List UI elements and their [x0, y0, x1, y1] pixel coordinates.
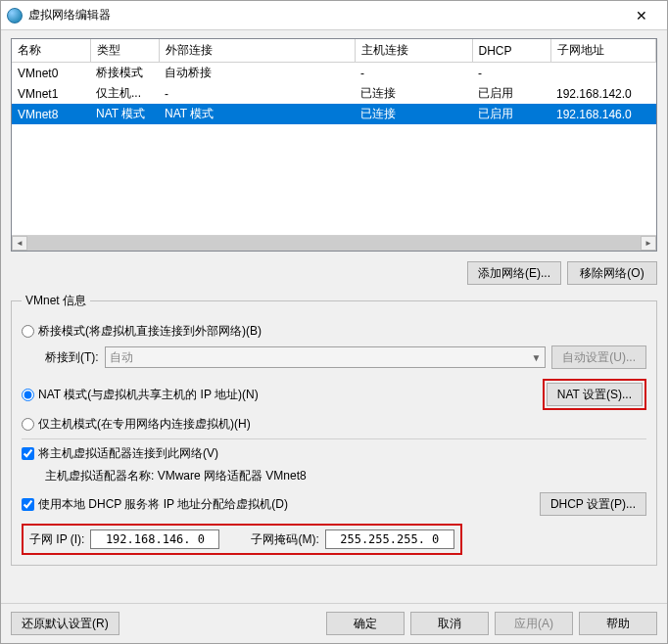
- cell-name: VMnet0: [12, 63, 90, 83]
- col-ext[interactable]: 外部连接: [159, 39, 355, 63]
- col-sub[interactable]: 子网地址: [550, 39, 656, 63]
- scroll-left-icon[interactable]: ◄: [12, 236, 27, 251]
- apply-button[interactable]: 应用(A): [495, 612, 573, 635]
- subnet-ip-input[interactable]: [90, 529, 219, 549]
- chevron-down-icon: ▼: [531, 352, 541, 363]
- dialog-footer: 还原默认设置(R) 确定 取消 应用(A) 帮助: [1, 603, 667, 643]
- horizontal-scrollbar[interactable]: ◄ ►: [12, 235, 656, 251]
- cell-ext: 自动桥接: [159, 63, 355, 83]
- check-host-adapter-label: 将主机虚拟适配器连接到此网络(V): [38, 445, 218, 462]
- cell-type: 桥接模式: [90, 63, 159, 83]
- group-legend: VMnet 信息: [22, 293, 90, 309]
- close-button[interactable]: ✕: [622, 2, 661, 29]
- radio-bridge-label: 桥接模式(将虚拟机直接连接到外部网络)(B): [38, 323, 262, 340]
- vmnet-table: 名称 类型 外部连接 主机连接 DHCP 子网地址 VMnet0桥接模式自动桥: [11, 38, 657, 252]
- remove-network-button[interactable]: 移除网络(O): [567, 261, 657, 285]
- table-row[interactable]: VMnet1仅主机...-已连接已启用192.168.142.0: [12, 83, 656, 104]
- subnet-mask-input[interactable]: [325, 529, 454, 549]
- col-name[interactable]: 名称: [12, 39, 90, 63]
- bridge-to-combo[interactable]: 自动 ▼: [105, 346, 547, 368]
- table-row[interactable]: VMnet0桥接模式自动桥接--: [12, 63, 656, 83]
- cancel-button[interactable]: 取消: [410, 612, 489, 635]
- table-header: 名称 类型 外部连接 主机连接 DHCP 子网地址: [12, 39, 656, 63]
- add-network-button[interactable]: 添加网络(E)...: [467, 261, 561, 285]
- table-row[interactable]: VMnet8NAT 模式NAT 模式已连接已启用192.168.146.0: [12, 104, 656, 124]
- cell-dhcp: 已启用: [472, 83, 550, 104]
- cell-ext: NAT 模式: [159, 104, 355, 124]
- bridge-to-value: 自动: [110, 349, 133, 366]
- bridge-to-label: 桥接到(T):: [45, 349, 99, 366]
- cell-host: 已连接: [355, 83, 472, 104]
- cell-host: -: [355, 63, 472, 83]
- check-dhcp-label: 使用本地 DHCP 服务将 IP 地址分配给虚拟机(D): [38, 496, 288, 513]
- radio-hostonly[interactable]: [22, 418, 34, 431]
- subnet-row-highlight: 子网 IP (I): 子网掩码(M):: [22, 524, 462, 555]
- adapter-name-text: 主机虚拟适配器名称: VMware 网络适配器 VMnet8: [45, 468, 646, 484]
- subnet-ip-label: 子网 IP (I):: [29, 531, 84, 548]
- cell-ext: -: [159, 83, 355, 104]
- col-host[interactable]: 主机连接: [355, 39, 472, 63]
- subnet-mask-label: 子网掩码(M):: [251, 531, 318, 548]
- radio-nat[interactable]: [22, 389, 34, 401]
- radio-hostonly-label: 仅主机模式(在专用网络内连接虚拟机)(H): [38, 416, 251, 433]
- cell-type: 仅主机...: [90, 83, 159, 104]
- titlebar: 虚拟网络编辑器 ✕: [1, 1, 667, 30]
- cell-host: 已连接: [355, 104, 472, 124]
- cell-subnet: [550, 63, 656, 83]
- auto-config-button[interactable]: 自动设置(U)...: [551, 345, 646, 369]
- col-dhcp[interactable]: DHCP: [472, 39, 550, 63]
- help-button[interactable]: 帮助: [579, 612, 657, 635]
- nat-settings-highlight: NAT 设置(S)...: [543, 379, 646, 410]
- restore-defaults-button[interactable]: 还原默认设置(R): [11, 612, 119, 635]
- app-icon: [7, 8, 23, 23]
- cell-dhcp: 已启用: [472, 104, 550, 124]
- nat-settings-button[interactable]: NAT 设置(S)...: [547, 383, 643, 406]
- radio-bridge[interactable]: [22, 325, 34, 338]
- cell-name: VMnet1: [12, 83, 90, 104]
- cell-dhcp: -: [472, 63, 550, 83]
- ok-button[interactable]: 确定: [326, 612, 405, 635]
- radio-nat-label: NAT 模式(与虚拟机共享主机的 IP 地址)(N): [38, 387, 259, 403]
- col-type[interactable]: 类型: [90, 39, 159, 63]
- dhcp-settings-button[interactable]: DHCP 设置(P)...: [540, 492, 646, 516]
- check-dhcp[interactable]: [22, 498, 34, 511]
- cell-subnet: 192.168.142.0: [550, 83, 656, 104]
- cell-type: NAT 模式: [90, 104, 159, 124]
- cell-subnet: 192.168.146.0: [550, 104, 656, 124]
- vmnet-info-group: VMnet 信息 桥接模式(将虚拟机直接连接到外部网络)(B) 桥接到(T): …: [11, 293, 657, 566]
- cell-name: VMnet8: [12, 104, 90, 124]
- scroll-right-icon[interactable]: ►: [641, 236, 656, 251]
- window-title: 虚拟网络编辑器: [28, 7, 622, 23]
- check-host-adapter[interactable]: [22, 447, 34, 460]
